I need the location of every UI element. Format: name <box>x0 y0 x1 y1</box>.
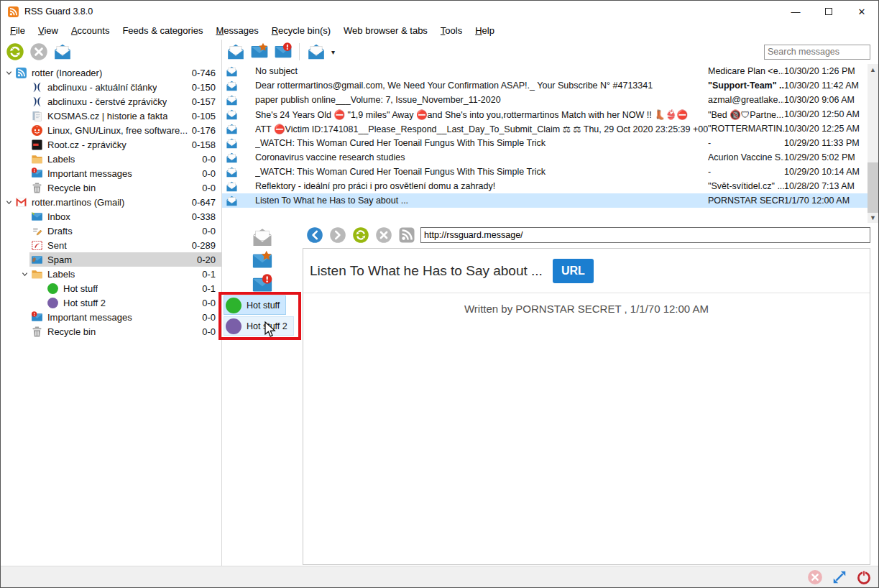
message-row[interactable]: _WATCH: This Woman Cured Her Toenail Fun… <box>222 136 868 150</box>
menu-accounts[interactable]: Accounts <box>65 23 116 39</box>
feed-row-body: Spam0-20 <box>29 252 221 267</box>
feed-label: Important messages <box>47 312 132 323</box>
url-input[interactable] <box>420 227 870 243</box>
message-list-scrollbar[interactable]: ▲ ▼ <box>868 64 878 223</box>
feed-row-sent[interactable]: Sent0-289 <box>1 238 221 252</box>
feed-row-labels[interactable]: Labels0-1 <box>1 267 221 281</box>
menu-file[interactable]: File <box>4 23 32 39</box>
stop-button[interactable] <box>374 226 392 244</box>
message-row[interactable]: Dear rottermartinos@gmail.com, We Need Y… <box>222 78 868 93</box>
mail-open-icon <box>226 42 245 61</box>
chevron-down-icon[interactable] <box>19 271 29 277</box>
drafts-icon <box>31 225 43 237</box>
star-message-button[interactable] <box>251 250 274 272</box>
scrollbar-thumb[interactable] <box>868 162 878 213</box>
feed-row-root-cz-zpr-vi-ky[interactable]: Root.cz - zprávičky0-158 <box>1 137 221 152</box>
folder-icon <box>31 153 43 165</box>
forward-icon <box>329 226 346 244</box>
feed-row-recycle-bin[interactable]: Recycle bin0-0 <box>1 324 221 339</box>
maximize-button[interactable] <box>812 1 845 22</box>
feed-row-hot-stuff-2[interactable]: Hot stuff 20-0 <box>1 295 221 310</box>
mail-open-gray-icon <box>252 226 273 248</box>
feed-row-rotter-inoreader[interactable]: rotter (Inoreader)0-746 <box>1 65 221 80</box>
feed-row-hot-stuff[interactable]: Hot stuff0-1 <box>1 281 221 295</box>
mark-message-read-button[interactable] <box>251 226 274 248</box>
message-author: "Support-Team" ... <box>708 81 784 91</box>
reddit-icon <box>31 124 43 137</box>
mark-read-button[interactable] <box>226 42 245 62</box>
folder-icon <box>31 268 43 280</box>
feed-unread-count: 0-746 <box>192 68 221 78</box>
message-row[interactable]: _WATCH: This Woman Cured Her Toenail Fun… <box>222 165 868 179</box>
feed-row-recycle-bin[interactable]: Recycle bin0-0 <box>1 180 221 195</box>
menu-help[interactable]: Help <box>469 23 501 39</box>
back-button[interactable] <box>305 226 323 244</box>
spam-icon <box>31 254 43 266</box>
feed-row-rotter-martinos-gmail[interactable]: rotter.martinos (Gmail)0-647 <box>1 195 221 209</box>
search-input[interactable] <box>764 45 870 60</box>
feed-list: rotter (Inoreader)0-746abclinuxu - aktuá… <box>1 65 221 567</box>
feed-label: Spam <box>47 254 72 265</box>
feed-row-drafts[interactable]: Drafts0-0 <box>1 224 221 238</box>
url-button[interactable]: URL <box>553 259 594 283</box>
close-tab-button[interactable] <box>805 567 824 587</box>
menu-feeds-categories[interactable]: Feeds & categories <box>116 23 209 39</box>
message-list: No subjectMedicare Plan <e...10/30/20 1:… <box>222 64 868 222</box>
inbox-icon <box>31 211 43 223</box>
scroll-up-icon[interactable]: ▲ <box>868 64 878 75</box>
message-date: 10/30/20 1:26 PM <box>784 66 868 76</box>
message-row[interactable]: Listen To What he Has to Say about ...PO… <box>222 193 868 208</box>
chevron-down-icon[interactable] <box>4 199 14 206</box>
feed-source-button[interactable] <box>397 226 415 244</box>
feed-row-important-messages[interactable]: Important messages0-0 <box>1 310 221 324</box>
message-row[interactable]: She's 24 Years Old ⛔ "1,9 miles" Away ⛔a… <box>222 107 868 121</box>
message-row[interactable]: ATT ⛔Victim ID:1741081__Please_Respond__… <box>222 121 868 136</box>
feed-row-abclinuxu-aktu-ln-l-nky[interactable]: abclinuxu - aktuální články0-150 <box>1 80 221 94</box>
dropdown-caret-icon[interactable]: ▾ <box>331 48 335 56</box>
message-action-strip <box>222 222 303 567</box>
update-feeds-button[interactable] <box>5 42 24 62</box>
forward-button[interactable] <box>328 226 346 244</box>
message-row[interactable]: Reflektory - ideální pro práci i pro osv… <box>222 179 868 193</box>
message-row[interactable]: Coronavirus vaccine research studiesAcur… <box>222 150 868 165</box>
label-button-hot-stuff[interactable]: Hot stuff <box>224 295 286 315</box>
feed-unread-count: 0-647 <box>192 197 221 208</box>
message-row[interactable]: paper publish online___Volume: 7, Issue_… <box>222 93 868 107</box>
quit-button[interactable] <box>854 567 873 587</box>
feed-row-abclinuxu-erstv-zpr-vi-ky[interactable]: abclinuxu - čerstvé zprávičky0-157 <box>1 94 221 109</box>
chevron-down-icon[interactable] <box>4 70 14 76</box>
close-disabled-icon <box>807 569 823 585</box>
minimize-button[interactable]: — <box>779 1 812 22</box>
stop-update-button[interactable] <box>29 42 48 62</box>
mail-read-icon <box>226 137 239 150</box>
feed-row-important-messages[interactable]: Important messages0-0 <box>1 166 221 180</box>
feed-row-labels[interactable]: Labels0-0 <box>1 152 221 166</box>
mark-important-button[interactable] <box>273 42 293 62</box>
message-row[interactable]: No subjectMedicare Plan <e...10/30/20 1:… <box>222 64 868 78</box>
fullscreen-button[interactable] <box>829 567 849 587</box>
label-color-dot-icon <box>226 318 241 334</box>
mark-feed-read-button[interactable] <box>52 42 72 62</box>
reload-button[interactable] <box>351 226 369 244</box>
mail-read-icon <box>226 166 239 178</box>
mail-menu-button[interactable] <box>306 42 326 62</box>
menu-view[interactable]: View <box>32 23 65 39</box>
scroll-down-icon[interactable]: ▼ <box>868 212 878 223</box>
menu-web-browser-tabs[interactable]: Web browser & tabs <box>337 23 434 39</box>
mark-starred-button[interactable] <box>249 42 269 62</box>
close-button[interactable]: ✕ <box>845 1 878 22</box>
app-logo-rss-icon <box>7 6 19 18</box>
feed-row-body: Linux, GNU/Linux, free software...0-176 <box>29 123 221 137</box>
feed-row-spam[interactable]: Spam0-20 <box>1 252 221 267</box>
feed-row-kosmas-cz-historie-a-fakta[interactable]: KOSMAS.cz | historie a fakta0-105 <box>1 109 221 123</box>
menu-recycle-bin-s[interactable]: Recycle bin(s) <box>265 23 337 39</box>
feed-row-linux-gnu-linux-free-software[interactable]: Linux, GNU/Linux, free software...0-176 <box>1 123 221 137</box>
label-color-dot-icon <box>226 298 241 313</box>
label-button-hot-stuff-2[interactable]: Hot stuff 2 <box>224 316 294 336</box>
menu-messages[interactable]: Messages <box>209 23 264 39</box>
feed-unread-count: 0-158 <box>192 139 221 150</box>
feed-row-inbox[interactable]: Inbox0-338 <box>1 209 221 224</box>
feed-label: Labels <box>47 269 75 280</box>
menu-tools[interactable]: Tools <box>434 23 469 39</box>
message-date: 10/28/20 7:13 AM <box>784 181 868 191</box>
